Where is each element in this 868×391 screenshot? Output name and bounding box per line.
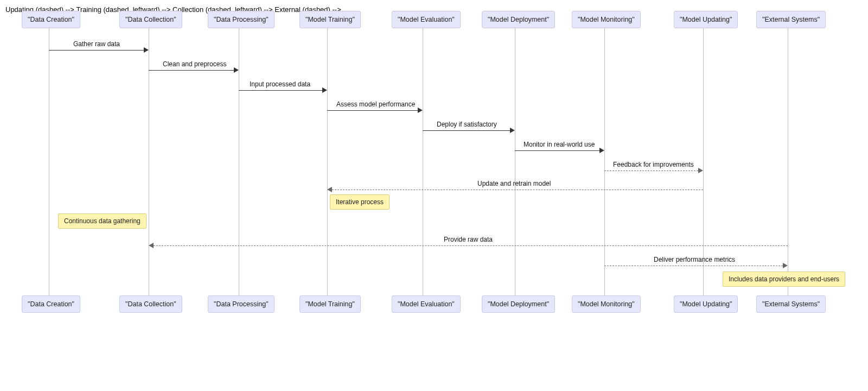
message-label: Deliver performance metrics [654, 256, 735, 263]
arrowhead-icon [783, 263, 788, 268]
actor-box-top: "Model Deployment" [482, 11, 555, 28]
lifeline [49, 28, 49, 295]
actor-box-top: "Data Creation" [22, 11, 80, 28]
actor-box-top: "Model Training" [299, 11, 361, 28]
lifeline [604, 28, 605, 295]
arrowhead-icon [234, 67, 239, 73]
arrowhead-icon [599, 148, 604, 153]
arrowhead-icon [698, 168, 703, 173]
message-label: Provide raw data [444, 236, 493, 243]
lifeline [788, 28, 788, 295]
actor-box-bottom: "Data Creation" [22, 295, 80, 313]
arrowhead-icon [418, 108, 423, 113]
actor-box-top: "Data Processing" [208, 11, 275, 28]
lifeline [423, 28, 423, 295]
message-arrow [332, 190, 703, 190]
actor-box-bottom: "Model Training" [299, 295, 361, 313]
message-label: Deploy if satisfactory [437, 121, 497, 128]
message-arrow [423, 130, 510, 131]
arrowhead-icon [149, 243, 154, 248]
actor-box-top: "External Systems" [756, 11, 826, 28]
diagram-note: Includes data providers and end-users [723, 272, 845, 287]
message-arrow [515, 150, 599, 151]
message-label: Monitor in real-world use [524, 141, 595, 148]
actor-box-bottom: "Model Monitoring" [572, 295, 641, 313]
lifeline [239, 28, 239, 295]
actor-box-bottom: "Data Collection" [119, 295, 182, 313]
message-label: Clean and preprocess [163, 60, 226, 68]
arrowhead-icon [322, 87, 327, 93]
message-arrow [49, 50, 144, 51]
lifeline [149, 28, 149, 295]
diagram-note: Continuous data gathering [58, 213, 146, 229]
message-label: Feedback for improvements [613, 161, 694, 168]
sequence-diagram: "Data Creation" "Data Collection" "Data … [5, 5, 852, 320]
actor-box-bottom: "Model Deployment" [482, 295, 555, 313]
actor-box-top: "Model Monitoring" [572, 11, 641, 28]
actor-box-top: "Data Collection" [119, 11, 182, 28]
actor-box-top: "Model Evaluation" [392, 11, 461, 28]
actor-box-bottom: "Model Updating" [674, 295, 738, 313]
message-arrow [604, 171, 698, 171]
arrowhead-icon [144, 47, 149, 53]
actor-box-bottom: "External Systems" [756, 295, 826, 313]
message-label: Gather raw data [73, 40, 120, 48]
message-arrow [327, 110, 418, 111]
message-arrow [239, 90, 322, 91]
actor-box-bottom: "Model Evaluation" [392, 295, 461, 313]
message-label: Update and retrain model [477, 180, 551, 187]
lifeline [515, 28, 515, 295]
diagram-note: Iterative process [330, 194, 390, 210]
message-arrow [154, 245, 788, 246]
message-arrow [604, 266, 783, 266]
message-arrow [149, 70, 234, 71]
actor-box-top: "Model Updating" [674, 11, 738, 28]
lifeline [327, 28, 328, 295]
message-label: Assess model performance [336, 100, 415, 108]
arrowhead-icon [327, 187, 332, 192]
actor-box-bottom: "Data Processing" [208, 295, 275, 313]
message-label: Input processed data [250, 80, 310, 88]
arrowhead-icon [510, 128, 515, 133]
